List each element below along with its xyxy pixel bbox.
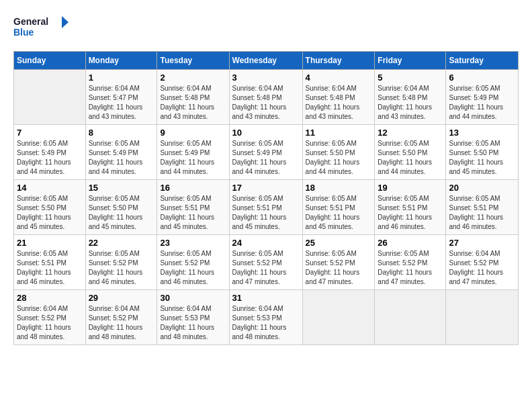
day-number: 28 (17, 293, 83, 303)
calendar-cell: 13Sunrise: 6:05 AM Sunset: 5:50 PM Dayli… (446, 125, 519, 180)
logo-svg: General Blue (13, 13, 74, 40)
day-number: 26 (378, 238, 443, 248)
day-info: Sunrise: 6:05 AM Sunset: 5:51 PM Dayligh… (232, 194, 300, 232)
day-info: Sunrise: 6:05 AM Sunset: 5:49 PM Dayligh… (232, 139, 300, 177)
day-number: 11 (306, 128, 372, 138)
day-number: 22 (89, 238, 154, 248)
day-number: 15 (89, 183, 154, 193)
day-info: Sunrise: 6:05 AM Sunset: 5:51 PM Dayligh… (378, 194, 443, 232)
day-number: 3 (232, 73, 300, 83)
calendar-cell: 9Sunrise: 6:05 AM Sunset: 5:49 PM Daylig… (157, 125, 229, 180)
day-number: 2 (160, 73, 226, 83)
day-info: Sunrise: 6:05 AM Sunset: 5:50 PM Dayligh… (449, 139, 515, 177)
calendar-week-3: 14Sunrise: 6:05 AM Sunset: 5:50 PM Dayli… (14, 180, 519, 235)
calendar-cell: 3Sunrise: 6:04 AM Sunset: 5:48 PM Daylig… (229, 70, 302, 125)
calendar-cell: 19Sunrise: 6:05 AM Sunset: 5:51 PM Dayli… (375, 180, 446, 235)
day-number: 14 (17, 183, 83, 193)
calendar-cell: 22Sunrise: 6:05 AM Sunset: 5:52 PM Dayli… (85, 235, 157, 290)
day-number: 12 (378, 128, 443, 138)
day-info: Sunrise: 6:05 AM Sunset: 5:52 PM Dayligh… (160, 249, 226, 287)
calendar-cell: 30Sunrise: 6:04 AM Sunset: 5:53 PM Dayli… (157, 290, 229, 345)
day-number: 4 (306, 73, 372, 83)
calendar-cell: 26Sunrise: 6:05 AM Sunset: 5:52 PM Dayli… (375, 235, 446, 290)
column-header-tuesday: Tuesday (157, 52, 229, 70)
calendar-header-row: SundayMondayTuesdayWednesdayThursdayFrid… (14, 52, 519, 70)
day-info: Sunrise: 6:04 AM Sunset: 5:52 PM Dayligh… (89, 304, 154, 342)
calendar-cell (375, 290, 446, 345)
calendar-week-1: 1Sunrise: 6:04 AM Sunset: 5:47 PM Daylig… (14, 70, 519, 125)
calendar-cell: 4Sunrise: 6:04 AM Sunset: 5:48 PM Daylig… (302, 70, 375, 125)
calendar-table: SundayMondayTuesdayWednesdayThursdayFrid… (13, 51, 519, 345)
calendar-cell: 15Sunrise: 6:05 AM Sunset: 5:50 PM Dayli… (85, 180, 157, 235)
calendar-cell: 2Sunrise: 6:04 AM Sunset: 5:48 PM Daylig… (157, 70, 229, 125)
day-number: 30 (160, 293, 226, 303)
calendar-week-2: 7Sunrise: 6:05 AM Sunset: 5:49 PM Daylig… (14, 125, 519, 180)
calendar-cell: 29Sunrise: 6:04 AM Sunset: 5:52 PM Dayli… (85, 290, 157, 345)
day-info: Sunrise: 6:04 AM Sunset: 5:48 PM Dayligh… (306, 84, 372, 122)
svg-text:Blue: Blue (13, 27, 34, 38)
day-info: Sunrise: 6:05 AM Sunset: 5:52 PM Dayligh… (378, 249, 443, 287)
calendar-cell: 14Sunrise: 6:05 AM Sunset: 5:50 PM Dayli… (14, 180, 86, 235)
svg-marker-2 (62, 16, 69, 28)
day-number: 29 (89, 293, 154, 303)
calendar-cell: 16Sunrise: 6:05 AM Sunset: 5:51 PM Dayli… (157, 180, 229, 235)
day-info: Sunrise: 6:05 AM Sunset: 5:49 PM Dayligh… (160, 139, 226, 177)
day-number: 23 (160, 238, 226, 248)
calendar-week-5: 28Sunrise: 6:04 AM Sunset: 5:52 PM Dayli… (14, 290, 519, 345)
day-number: 1 (89, 73, 154, 83)
day-info: Sunrise: 6:05 AM Sunset: 5:49 PM Dayligh… (89, 139, 154, 177)
calendar-cell: 18Sunrise: 6:05 AM Sunset: 5:51 PM Dayli… (302, 180, 375, 235)
day-number: 25 (306, 238, 372, 248)
calendar-cell: 8Sunrise: 6:05 AM Sunset: 5:49 PM Daylig… (85, 125, 157, 180)
day-number: 8 (89, 128, 154, 138)
day-info: Sunrise: 6:05 AM Sunset: 5:50 PM Dayligh… (89, 194, 154, 232)
column-header-saturday: Saturday (446, 52, 519, 70)
day-info: Sunrise: 6:04 AM Sunset: 5:52 PM Dayligh… (17, 304, 83, 342)
calendar-cell: 1Sunrise: 6:04 AM Sunset: 5:47 PM Daylig… (85, 70, 157, 125)
calendar-cell: 7Sunrise: 6:05 AM Sunset: 5:49 PM Daylig… (14, 125, 86, 180)
column-header-wednesday: Wednesday (229, 52, 302, 70)
calendar-cell: 12Sunrise: 6:05 AM Sunset: 5:50 PM Dayli… (375, 125, 446, 180)
calendar-cell: 27Sunrise: 6:04 AM Sunset: 5:52 PM Dayli… (446, 235, 519, 290)
calendar-cell: 24Sunrise: 6:05 AM Sunset: 5:52 PM Dayli… (229, 235, 302, 290)
day-number: 10 (232, 128, 300, 138)
day-info: Sunrise: 6:05 AM Sunset: 5:50 PM Dayligh… (378, 139, 443, 177)
day-number: 13 (449, 128, 515, 138)
day-info: Sunrise: 6:05 AM Sunset: 5:52 PM Dayligh… (89, 249, 154, 287)
day-info: Sunrise: 6:05 AM Sunset: 5:49 PM Dayligh… (17, 139, 83, 177)
logo: General Blue (13, 13, 74, 40)
calendar-cell: 6Sunrise: 6:05 AM Sunset: 5:49 PM Daylig… (446, 70, 519, 125)
calendar-cell: 25Sunrise: 6:05 AM Sunset: 5:52 PM Dayli… (302, 235, 375, 290)
day-info: Sunrise: 6:04 AM Sunset: 5:48 PM Dayligh… (378, 84, 443, 122)
day-info: Sunrise: 6:04 AM Sunset: 5:53 PM Dayligh… (232, 304, 300, 342)
calendar-cell (14, 70, 86, 125)
day-number: 6 (449, 73, 515, 83)
day-info: Sunrise: 6:05 AM Sunset: 5:50 PM Dayligh… (17, 194, 83, 232)
day-info: Sunrise: 6:04 AM Sunset: 5:48 PM Dayligh… (160, 84, 226, 122)
day-number: 31 (232, 293, 300, 303)
day-info: Sunrise: 6:05 AM Sunset: 5:52 PM Dayligh… (232, 249, 300, 287)
day-number: 19 (378, 183, 443, 193)
day-number: 5 (378, 73, 443, 83)
calendar-cell (446, 290, 519, 345)
calendar-cell: 21Sunrise: 6:05 AM Sunset: 5:51 PM Dayli… (14, 235, 86, 290)
day-info: Sunrise: 6:04 AM Sunset: 5:48 PM Dayligh… (232, 84, 300, 122)
calendar-cell: 28Sunrise: 6:04 AM Sunset: 5:52 PM Dayli… (14, 290, 86, 345)
calendar-cell: 20Sunrise: 6:05 AM Sunset: 5:51 PM Dayli… (446, 180, 519, 235)
day-info: Sunrise: 6:04 AM Sunset: 5:47 PM Dayligh… (89, 84, 154, 122)
day-number: 20 (449, 183, 515, 193)
day-number: 18 (306, 183, 372, 193)
column-header-sunday: Sunday (14, 52, 86, 70)
day-info: Sunrise: 6:05 AM Sunset: 5:50 PM Dayligh… (306, 139, 372, 177)
day-number: 16 (160, 183, 226, 193)
day-number: 21 (17, 238, 83, 248)
day-info: Sunrise: 6:05 AM Sunset: 5:52 PM Dayligh… (306, 249, 372, 287)
svg-text:General: General (13, 16, 48, 27)
day-number: 27 (449, 238, 515, 248)
calendar-cell: 23Sunrise: 6:05 AM Sunset: 5:52 PM Dayli… (157, 235, 229, 290)
day-number: 9 (160, 128, 226, 138)
day-info: Sunrise: 6:04 AM Sunset: 5:53 PM Dayligh… (160, 304, 226, 342)
day-info: Sunrise: 6:05 AM Sunset: 5:51 PM Dayligh… (306, 194, 372, 232)
calendar-week-4: 21Sunrise: 6:05 AM Sunset: 5:51 PM Dayli… (14, 235, 519, 290)
calendar-cell: 10Sunrise: 6:05 AM Sunset: 5:49 PM Dayli… (229, 125, 302, 180)
